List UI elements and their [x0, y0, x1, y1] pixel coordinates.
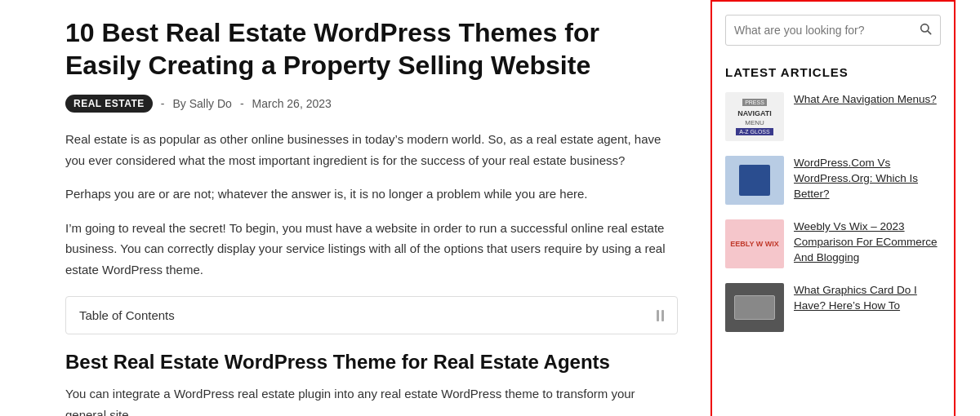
article-thumbnail-4 — [725, 283, 784, 332]
thumb-weebly-image: EEBLY W WIX — [725, 219, 784, 268]
toc-label: Table of Contents — [79, 308, 175, 322]
paragraph-3: I’m going to reveal the secret! To begin… — [65, 218, 678, 281]
paragraph-1: Real estate is as popular as other onlin… — [65, 129, 678, 170]
author-name: By Sally Do — [173, 97, 232, 110]
table-of-contents[interactable]: Table of Contents — [65, 296, 678, 334]
article-link-2[interactable]: WordPress.Com Vs WordPress.Org: Which Is… — [794, 156, 941, 202]
article-title: 10 Best Real Estate WordPress Themes for… — [65, 16, 678, 82]
article-link-4[interactable]: What Graphics Card Do I Have? Here’s How… — [794, 283, 941, 314]
thumb-wp-image — [725, 156, 784, 205]
paragraph-2: Perhaps you are or are not; whatever the… — [65, 184, 678, 205]
search-icon — [919, 22, 932, 38]
sidebar: LATEST ARTICLES PRESS NAVIGATI MENU A-Z … — [710, 0, 956, 416]
svg-point-0 — [921, 24, 929, 32]
search-input[interactable] — [734, 24, 912, 37]
latest-articles-title: LATEST ARTICLES — [725, 65, 941, 79]
search-box[interactable] — [725, 15, 941, 46]
meta-separator1: - — [161, 97, 165, 110]
list-item[interactable]: What Graphics Card Do I Have? Here’s How… — [725, 283, 941, 332]
article-body: Real estate is as popular as other onlin… — [65, 129, 678, 280]
article-thumbnail-1: PRESS NAVIGATI MENU A-Z GLOSS — [725, 92, 784, 141]
wp-logo-block — [739, 165, 770, 196]
thumb-gpu-image — [725, 283, 784, 332]
publish-date: March 26, 2023 — [252, 97, 332, 110]
gpu-card-shape — [734, 295, 775, 320]
meta-row: REAL ESTATE - By Sally Do - March 26, 20… — [65, 95, 678, 113]
category-tag[interactable]: REAL ESTATE — [65, 95, 153, 113]
article-link-3[interactable]: Weebly Vs Wix – 2023 Comparison For ECom… — [794, 219, 941, 266]
list-item[interactable]: EEBLY W WIX Weebly Vs Wix – 2023 Compari… — [725, 219, 941, 268]
thumb-press-image: PRESS NAVIGATI MENU A-Z GLOSS — [725, 92, 784, 141]
meta-separator2: - — [240, 97, 244, 110]
article-thumbnail-3: EEBLY W WIX — [725, 219, 784, 268]
toc-toggle-icon[interactable] — [657, 310, 664, 321]
section-real-estate-agents: Best Real Estate WordPress Theme for Rea… — [65, 351, 678, 416]
section-paragraph: You can integrate a WordPress real estat… — [65, 383, 678, 416]
article-link-1[interactable]: What Are Navigation Menus? — [794, 92, 937, 108]
section-body: You can integrate a WordPress real estat… — [65, 383, 678, 416]
section-heading: Best Real Estate WordPress Theme for Rea… — [65, 351, 678, 374]
article-thumbnail-2 — [725, 156, 784, 205]
svg-line-1 — [928, 31, 930, 33]
list-item[interactable]: WordPress.Com Vs WordPress.Org: Which Is… — [725, 156, 941, 205]
list-item[interactable]: PRESS NAVIGATI MENU A-Z GLOSS What Are N… — [725, 92, 941, 141]
main-content: 10 Best Real Estate WordPress Themes for… — [0, 0, 710, 416]
